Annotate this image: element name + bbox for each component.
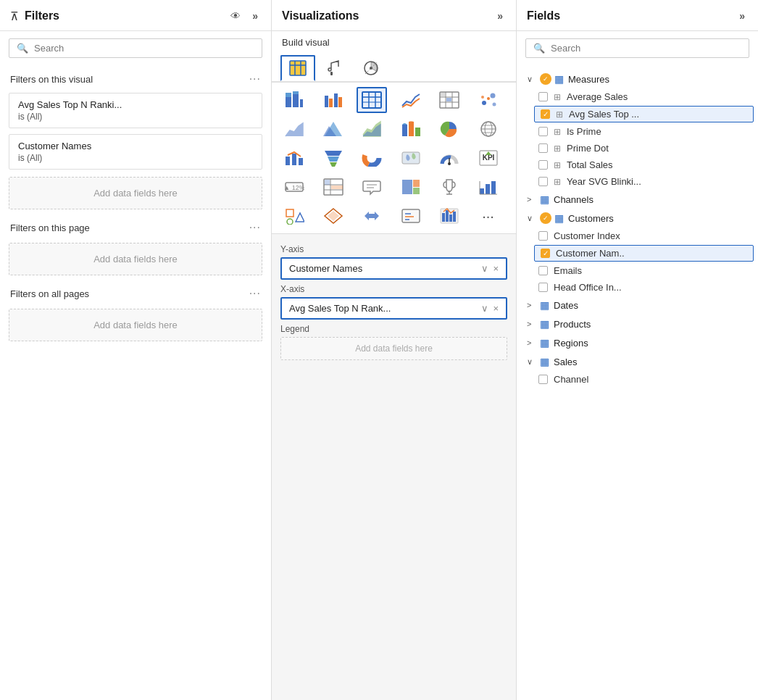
viz-icon-kpi[interactable]: KPI	[473, 145, 504, 171]
field-group-channels-header[interactable]: > ▦ Channels	[517, 190, 758, 209]
svg-rect-71	[413, 180, 420, 187]
viz-icon-table-selected[interactable]	[357, 87, 387, 113]
viz-icon-more[interactable]: ···	[473, 203, 504, 229]
visualizations-panel: Visualizations » Build visual	[272, 0, 517, 700]
viz-icon-area2[interactable]	[357, 116, 387, 142]
average-sales-checkbox[interactable]	[538, 92, 548, 101]
viz-icon-ribbon[interactable]	[396, 116, 426, 142]
fields-expand-button[interactable]: »	[736, 9, 748, 23]
field-item-avg-sales-top[interactable]: ✓ ⊞ Avg Sales Top ...	[534, 106, 754, 122]
svg-rect-94	[453, 212, 456, 222]
viz-icon-shape[interactable]	[279, 203, 309, 229]
viz-icons-grid: KPI ▲ 12%	[272, 83, 516, 234]
customer-names-checkbox[interactable]: ✓	[541, 249, 550, 258]
viz-icon-scatter[interactable]	[473, 87, 504, 113]
viz-icon-pie[interactable]	[434, 116, 465, 142]
viz-icon-combo[interactable]	[279, 145, 309, 171]
filters-expand-button[interactable]: »	[249, 9, 261, 23]
field-group-measures-header[interactable]: ∨ ✓ ▦ Measures	[517, 70, 758, 88]
fields-panel: Fields » 🔍 ∨ ✓ ▦ Measures ⊞ Average Sale…	[517, 0, 758, 700]
y-axis-field[interactable]: Customer Names ∨ ×	[280, 257, 507, 280]
filter-card-customer-names[interactable]: Customer Names is (All)	[9, 134, 262, 170]
viz-icon-clustered-bar[interactable]	[318, 87, 349, 113]
viz-icon-gauge[interactable]	[434, 145, 465, 171]
y-axis-close[interactable]: ×	[493, 263, 499, 274]
filters-eye-button[interactable]: 👁	[228, 9, 243, 23]
calc-icon-avg-sales-top: ⊞	[556, 109, 563, 120]
field-name-channel: Channel	[554, 374, 588, 385]
field-group-regions-header[interactable]: > ▦ Regions	[517, 333, 758, 352]
y-axis-chevron[interactable]: ∨	[481, 263, 488, 274]
total-sales-checkbox[interactable]	[538, 160, 548, 170]
legend-field-empty[interactable]: Add data fields here	[280, 337, 507, 360]
field-group-dates-header[interactable]: > ▦ Dates	[517, 296, 758, 314]
filters-on-all-pages-add[interactable]: Add data fields here	[9, 309, 262, 341]
emails-checkbox[interactable]	[538, 266, 548, 275]
viz-icon-matrix2[interactable]	[318, 174, 349, 200]
field-group-measures: ∨ ✓ ▦ Measures ⊞ Average Sales ✓ ⊞ Avg S…	[517, 70, 758, 190]
filters-on-visual-add[interactable]: Add data fields here	[9, 177, 262, 209]
field-item-customer-index[interactable]: Customer Index	[517, 228, 758, 244]
filters-on-page-add[interactable]: Add data fields here	[9, 243, 262, 275]
field-item-head-office[interactable]: Head Office In...	[517, 279, 758, 296]
x-axis-field[interactable]: Avg Sales Top N Rank... ∨ ×	[280, 297, 507, 320]
viz-icon-donut[interactable]	[357, 145, 387, 171]
viz-icon-trophy[interactable]	[434, 174, 465, 200]
svg-point-53	[368, 154, 375, 162]
viz-icon-bar-chart2[interactable]	[473, 174, 504, 200]
viz-icon-funnel[interactable]	[318, 145, 349, 171]
viz-icon-stacked-bar[interactable]	[279, 87, 309, 113]
field-item-prime-dot[interactable]: ⊞ Prime Dot	[517, 140, 758, 157]
viz-icon-sparkline[interactable]	[434, 203, 465, 229]
filter-card-avg-sales[interactable]: Avg Sales Top N Ranki... is (All)	[9, 93, 262, 128]
year-svg-checkbox[interactable]	[538, 177, 548, 186]
viz-icon-arrows[interactable]	[357, 203, 387, 229]
is-prime-checkbox[interactable]	[538, 127, 548, 136]
viz-icon-area[interactable]	[279, 116, 309, 142]
channel-checkbox[interactable]	[538, 375, 548, 384]
filters-on-all-pages-label: Filters on all pages	[10, 288, 89, 299]
field-item-emails[interactable]: Emails	[517, 262, 758, 279]
field-group-sales: ∨ ▦ Sales Channel	[517, 352, 758, 388]
field-item-total-sales[interactable]: ⊞ Total Sales	[517, 157, 758, 173]
viz-icon-chat-bubble[interactable]	[357, 174, 387, 200]
field-item-average-sales[interactable]: ⊞ Average Sales	[517, 88, 758, 105]
viz-icon-code[interactable]	[396, 203, 426, 229]
x-axis-chevron[interactable]: ∨	[481, 303, 488, 314]
measures-badge-icon: ✓	[540, 73, 551, 85]
viz-tab-format[interactable]	[318, 55, 351, 81]
svg-rect-4	[330, 72, 333, 75]
x-axis-close[interactable]: ×	[493, 303, 499, 314]
viz-tab-table[interactable]	[280, 55, 315, 81]
fields-search-input[interactable]	[551, 43, 741, 54]
viz-expand-button[interactable]: »	[494, 9, 506, 23]
filters-search-input[interactable]	[34, 43, 254, 54]
filters-on-all-pages-section: Filters on all pages ···	[0, 280, 271, 304]
avg-sales-top-checkbox[interactable]: ✓	[541, 109, 550, 119]
filters-on-visual-dots[interactable]: ···	[249, 72, 261, 86]
svg-rect-45	[286, 157, 290, 165]
viz-icon-mountain[interactable]	[318, 116, 349, 142]
field-group-customers-header[interactable]: ∨ ✓ ▦ Customers	[517, 209, 758, 228]
customer-index-checkbox[interactable]	[538, 231, 548, 241]
dates-group-name: Dates	[554, 300, 578, 311]
field-group-sales-header[interactable]: ∨ ▦ Sales	[517, 352, 758, 371]
filters-on-all-pages-dots[interactable]: ···	[249, 287, 261, 300]
field-item-is-prime[interactable]: ⊞ Is Prime	[517, 123, 758, 140]
field-item-year-svg[interactable]: ⊞ Year SVG Blinki...	[517, 173, 758, 190]
filters-on-page-dots[interactable]: ···	[249, 221, 261, 234]
viz-icon-line[interactable]	[396, 87, 426, 113]
viz-icon-matrix[interactable]	[434, 87, 465, 113]
field-group-products-header[interactable]: > ▦ Products	[517, 314, 758, 333]
svg-rect-28	[441, 93, 445, 96]
viz-icon-globe[interactable]	[473, 116, 504, 142]
viz-icon-map[interactable]	[396, 145, 426, 171]
prime-dot-checkbox[interactable]	[538, 143, 548, 153]
field-item-customer-names[interactable]: ✓ Customer Nam..	[534, 245, 754, 262]
viz-icon-card[interactable]: ▲ 12%	[279, 174, 309, 200]
viz-icon-diamond[interactable]	[318, 203, 349, 229]
field-item-channel[interactable]: Channel	[517, 371, 758, 388]
head-office-checkbox[interactable]	[538, 283, 548, 292]
viz-icon-treemap[interactable]	[396, 174, 426, 200]
viz-tab-analytics[interactable]	[354, 55, 388, 81]
